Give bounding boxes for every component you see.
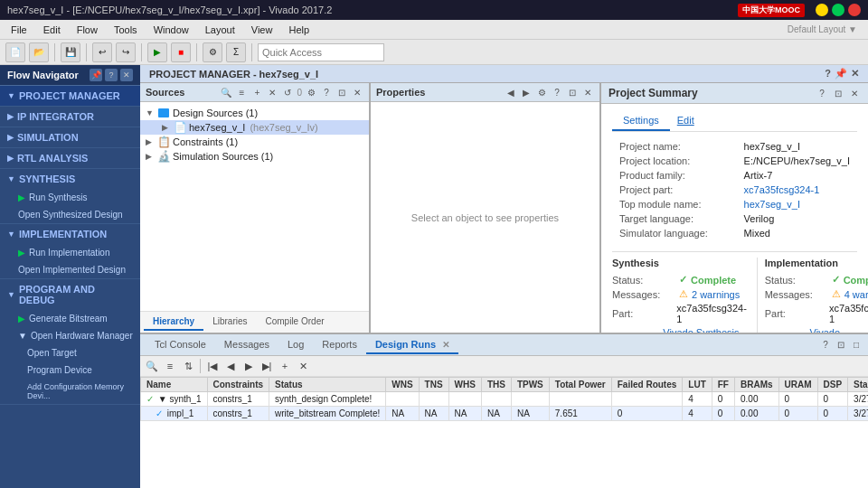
nav-implementation[interactable]: ▼ IMPLEMENTATION bbox=[0, 224, 140, 244]
nav-generate-bitstream[interactable]: ▶ Generate Bitstream bbox=[0, 310, 140, 327]
pm-question-icon[interactable]: ? bbox=[825, 68, 831, 80]
dr-percent-btn[interactable]: ✕ bbox=[295, 358, 311, 374]
nav-run-synthesis[interactable]: ▶ Run Synthesis bbox=[0, 189, 140, 206]
impl-warnings-link[interactable]: 4 warnings bbox=[844, 289, 868, 300]
nav-synthesis[interactable]: ▼ SYNTHESIS bbox=[0, 169, 140, 189]
pm-pin-icon[interactable]: 📌 bbox=[835, 68, 847, 80]
nav-question-icon[interactable]: ? bbox=[105, 69, 118, 81]
sources-close-icon[interactable]: ✕ bbox=[351, 86, 363, 99]
tab-libraries[interactable]: Libraries bbox=[203, 314, 256, 331]
open-project-button[interactable]: 📂 bbox=[29, 42, 49, 62]
nav-ip-integrator[interactable]: ▶ IP INTEGRATOR bbox=[0, 107, 140, 127]
dr-sort-btn[interactable]: ⇅ bbox=[180, 358, 196, 374]
properties-placeholder: Select an object to see properties bbox=[371, 102, 599, 333]
sources-filter-icon[interactable]: ≡ bbox=[235, 86, 248, 99]
tab-reports[interactable]: Reports bbox=[313, 336, 366, 354]
bottom-question-icon[interactable]: ? bbox=[819, 339, 832, 352]
menu-help[interactable]: Help bbox=[281, 23, 316, 37]
sigma-button[interactable]: Σ bbox=[226, 42, 246, 62]
stop-button[interactable]: ■ bbox=[171, 42, 191, 62]
dr-add-btn[interactable]: + bbox=[277, 358, 293, 374]
design-runs-close[interactable]: ✕ bbox=[442, 340, 449, 350]
tab-compile-order[interactable]: Compile Order bbox=[257, 314, 334, 331]
dr-last-btn[interactable]: ▶| bbox=[259, 358, 275, 374]
props-expand-icon[interactable]: ⊡ bbox=[566, 86, 579, 99]
tab-tcl-console[interactable]: Tcl Console bbox=[146, 336, 215, 354]
nav-rtl-analysis[interactable]: ▶ RTL ANALYSIS bbox=[0, 148, 140, 168]
tab-messages[interactable]: Messages bbox=[215, 336, 278, 354]
dr-prev-btn[interactable]: ◀ bbox=[222, 358, 239, 374]
new-project-button[interactable]: 📄 bbox=[5, 42, 25, 62]
minimize-button[interactable] bbox=[816, 4, 828, 16]
synth-strategy-link[interactable]: Vivado Synthesis Defaults bbox=[663, 327, 749, 333]
table-row[interactable]: ✓ ▼ synth_1 constrs_1 synth_design Compl… bbox=[141, 392, 869, 407]
impl-strategy-link[interactable]: Vivado Implementation Defaults bbox=[810, 327, 868, 333]
design-sources-group[interactable]: ▼ Design Sources (1) bbox=[140, 106, 369, 120]
save-button[interactable]: 💾 bbox=[61, 42, 80, 62]
dr-filter-btn[interactable]: ≡ bbox=[162, 358, 178, 374]
nav-project-manager[interactable]: ▼ PROJECT MANAGER bbox=[0, 86, 140, 106]
menu-layout[interactable]: Layout bbox=[198, 23, 242, 37]
sim-sources-group[interactable]: ▶ 🔬 Simulation Sources (1) bbox=[140, 149, 369, 164]
bottom-maximize-icon[interactable]: □ bbox=[850, 339, 863, 352]
run-button[interactable]: ▶ bbox=[147, 42, 167, 62]
ps-close-icon[interactable]: ✕ bbox=[848, 87, 861, 99]
props-close-icon[interactable]: ✕ bbox=[581, 86, 594, 99]
dr-first-btn[interactable]: |◀ bbox=[204, 358, 221, 374]
nav-run-implementation[interactable]: ▶ Run Implementation bbox=[0, 244, 140, 261]
nav-pin-icon[interactable]: 📌 bbox=[90, 69, 102, 81]
module-link[interactable]: hex7seg_v_I bbox=[744, 199, 800, 210]
sources-expand-icon[interactable]: ⊡ bbox=[335, 86, 348, 99]
props-forward-icon[interactable]: ▶ bbox=[520, 86, 533, 99]
sources-gear-icon[interactable]: ⚙ bbox=[305, 86, 317, 99]
nav-open-target[interactable]: Open Target bbox=[0, 344, 140, 361]
constraints-group[interactable]: ▶ 📋 Constraints (1) bbox=[140, 135, 369, 149]
props-question-icon[interactable]: ? bbox=[551, 86, 563, 99]
sources-remove-icon[interactable]: ✕ bbox=[266, 86, 278, 99]
tab-log[interactable]: Log bbox=[278, 336, 313, 354]
synth-warnings-link[interactable]: 2 warnings bbox=[692, 289, 740, 300]
dr-next-btn[interactable]: ▶ bbox=[241, 358, 257, 374]
undo-button[interactable]: ↩ bbox=[92, 42, 112, 62]
nav-open-implemented[interactable]: Open Implemented Design bbox=[0, 261, 140, 278]
tab-design-runs[interactable]: Design Runs ✕ bbox=[366, 336, 458, 354]
menu-file[interactable]: File bbox=[4, 23, 34, 37]
maximize-button[interactable] bbox=[832, 4, 844, 16]
bottom-expand-icon[interactable]: ⊡ bbox=[835, 339, 847, 352]
menu-tools[interactable]: Tools bbox=[107, 23, 145, 37]
sources-add-icon[interactable]: + bbox=[250, 86, 263, 99]
nav-open-synth-label: Open Synthesized Design bbox=[18, 210, 123, 220]
table-row[interactable]: ✓ impl_1 constrs_1 write_bitstream Compl… bbox=[141, 407, 869, 421]
ps-expand-icon[interactable]: ⊡ bbox=[832, 87, 844, 99]
ps-question-icon[interactable]: ? bbox=[816, 87, 828, 99]
nav-program-debug[interactable]: ▼ PROGRAM AND DEBUG bbox=[0, 279, 140, 310]
ps-tab-settings[interactable]: Settings bbox=[612, 111, 670, 131]
redo-button[interactable]: ↪ bbox=[116, 42, 136, 62]
window-controls: 中国大学MOOC bbox=[738, 4, 861, 17]
menu-window[interactable]: Window bbox=[146, 23, 196, 37]
close-button[interactable] bbox=[848, 4, 861, 16]
menu-flow[interactable]: Flow bbox=[70, 23, 105, 37]
nav-simulation[interactable]: ▶ SIMULATION bbox=[0, 127, 140, 147]
nav-open-hardware-manager[interactable]: ▼ Open Hardware Manager bbox=[0, 327, 140, 344]
ps-tab-edit[interactable]: Edit bbox=[677, 111, 694, 131]
nav-add-config-memory[interactable]: Add Configuration Memory Devi... bbox=[0, 379, 140, 404]
sources-search-icon[interactable]: 🔍 bbox=[220, 86, 232, 99]
part-link[interactable]: xc7a35fcsg324-1 bbox=[744, 184, 820, 195]
nav-program-device[interactable]: Program Device bbox=[0, 361, 140, 379]
props-back-icon[interactable]: ◀ bbox=[505, 86, 517, 99]
props-gear-icon[interactable]: ⚙ bbox=[535, 86, 548, 99]
search-input[interactable] bbox=[258, 43, 384, 61]
synth1-expand[interactable]: ▼ bbox=[158, 394, 167, 404]
menu-edit[interactable]: Edit bbox=[36, 23, 68, 37]
hex7seg-file[interactable]: ▶ 📄 hex7seg_v_I (hex7seg_v_Iv) bbox=[140, 120, 369, 135]
tab-hierarchy[interactable]: Hierarchy bbox=[144, 314, 203, 331]
pm-close-icon[interactable]: ✕ bbox=[851, 68, 859, 80]
menu-view[interactable]: View bbox=[244, 23, 280, 37]
sources-refresh-icon[interactable]: ↺ bbox=[281, 86, 294, 99]
settings-button[interactable]: ⚙ bbox=[203, 42, 222, 62]
nav-close-icon[interactable]: ✕ bbox=[120, 69, 133, 81]
dr-search-btn[interactable]: 🔍 bbox=[144, 358, 160, 374]
sources-question-icon[interactable]: ? bbox=[320, 86, 333, 99]
nav-open-synthesized[interactable]: Open Synthesized Design bbox=[0, 206, 140, 223]
